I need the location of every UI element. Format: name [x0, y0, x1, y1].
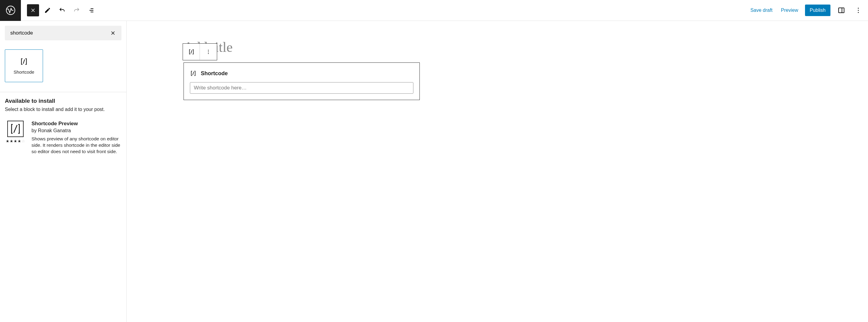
- star-icon: ★: [18, 139, 21, 143]
- toolbar-right-group: Save draft Preview Publish: [749, 4, 868, 17]
- settings-sidebar-toggle[interactable]: [835, 4, 847, 17]
- save-draft-button[interactable]: Save draft: [749, 4, 774, 16]
- shortcode-input[interactable]: [190, 82, 413, 94]
- divider: [0, 92, 126, 92]
- svg-rect-1: [839, 8, 844, 13]
- installable-block-name: Shortcode Preview: [31, 121, 121, 127]
- shortcode-block[interactable]: Shortcode: [184, 62, 420, 100]
- toolbar-left-group: [21, 4, 97, 17]
- installable-block-author: by Ronak Ganatra: [31, 128, 121, 134]
- clear-search-button[interactable]: [110, 30, 116, 36]
- editor-canvas: Add title Shortcode: [127, 21, 868, 322]
- document-overview-button[interactable]: [85, 4, 97, 17]
- editor-toolbar: Save draft Preview Publish: [0, 0, 868, 21]
- block-inserter-panel: Shortcode Available to install Select a …: [0, 21, 127, 322]
- block-type-button[interactable]: [183, 43, 200, 60]
- svg-point-6: [208, 50, 209, 51]
- shortcode-icon: [20, 57, 28, 66]
- svg-point-3: [858, 7, 859, 8]
- available-to-install-description: Select a block to install and add it to …: [5, 107, 121, 112]
- redo-button[interactable]: [70, 4, 83, 17]
- shortcode-icon: [190, 70, 196, 77]
- block-card-label: Shortcode: [13, 69, 34, 75]
- block-search-input[interactable]: [10, 30, 110, 36]
- block-header: Shortcode: [190, 70, 413, 77]
- star-icon: ★: [6, 139, 9, 143]
- block-floating-toolbar: [183, 43, 217, 60]
- installable-block-description: Shows preview of any shortcode on editor…: [31, 136, 121, 155]
- block-search-row: [5, 26, 121, 40]
- svg-point-8: [208, 53, 209, 54]
- available-to-install-title: Available to install: [5, 98, 121, 104]
- close-inserter-button[interactable]: [27, 4, 39, 17]
- more-options-button[interactable]: [852, 4, 864, 17]
- svg-point-7: [208, 52, 209, 53]
- shortcode-block-card[interactable]: Shortcode: [5, 50, 43, 82]
- wordpress-logo[interactable]: [0, 0, 21, 21]
- star-empty-icon: ☆: [22, 139, 25, 143]
- block-more-options-button[interactable]: [200, 43, 217, 60]
- block-header-label: Shortcode: [201, 70, 228, 77]
- title-area: Add title: [184, 39, 868, 55]
- star-icon: ★: [13, 139, 17, 143]
- preview-button[interactable]: Preview: [779, 4, 800, 16]
- svg-point-4: [858, 10, 859, 10]
- shortcode-preview-icon: [7, 121, 24, 137]
- installable-block-item[interactable]: ★ ★ ★ ★ ☆ Shortcode Preview by Ronak Gan…: [5, 121, 121, 155]
- undo-button[interactable]: [56, 4, 68, 17]
- publish-button[interactable]: Publish: [805, 4, 831, 16]
- rating-stars: ★ ★ ★ ★ ☆: [6, 139, 25, 143]
- post-title-input[interactable]: Add title: [184, 39, 868, 55]
- edit-tool-button[interactable]: [41, 4, 54, 17]
- svg-point-5: [858, 12, 859, 13]
- star-icon: ★: [10, 139, 13, 143]
